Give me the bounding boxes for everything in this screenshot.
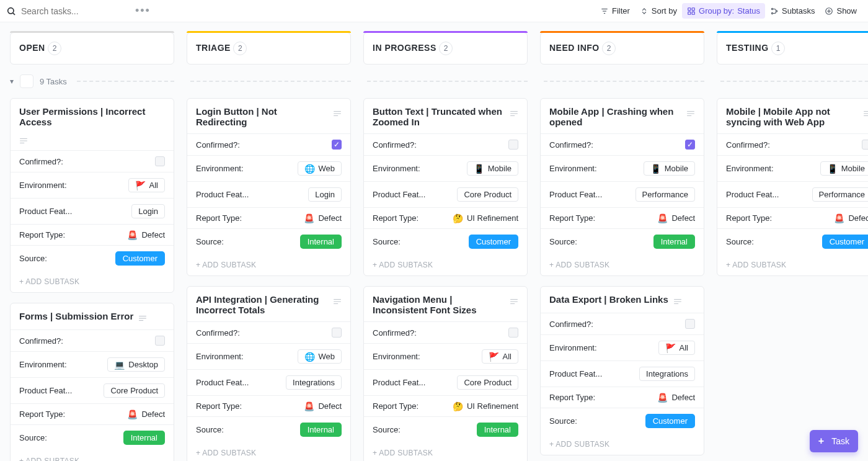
confirmed-checkbox[interactable] xyxy=(862,140,868,150)
confirmed-checkbox[interactable]: ✓ xyxy=(685,140,695,150)
task-card[interactable]: Mobile | Mobile App not syncing with Web… xyxy=(717,98,868,276)
product-feature-chip[interactable]: Core Product xyxy=(457,375,518,390)
confirmed-checkbox[interactable] xyxy=(685,319,695,329)
environment-icon: 🚩 xyxy=(665,344,676,352)
group-by-button[interactable]: Group by: Status xyxy=(682,3,765,19)
field-product-feature: Product Feat...Login xyxy=(11,198,174,224)
sort-button[interactable]: Sort by xyxy=(635,3,682,19)
more-options-icon[interactable]: ••• xyxy=(135,4,151,17)
section-color-swatch[interactable] xyxy=(20,74,33,88)
field-label: Environment: xyxy=(373,352,420,361)
environment-chip[interactable]: 📱Mobile xyxy=(467,161,518,176)
environment-chip[interactable]: 🚩All xyxy=(482,349,518,364)
collapse-toggle-icon[interactable]: ▾ xyxy=(10,77,14,86)
environment-chip[interactable]: 🚩All xyxy=(128,178,165,192)
product-feature-chip[interactable]: Performance xyxy=(636,187,695,202)
column-header[interactable]: TESTIING 1 xyxy=(717,32,868,65)
product-feature-chip[interactable]: Login xyxy=(131,204,165,218)
source-pill[interactable]: Customer xyxy=(822,235,868,249)
field-label: Report Type: xyxy=(373,401,418,411)
field-confirmed: Confirmed?: xyxy=(541,313,704,334)
source-pill[interactable]: Internal xyxy=(123,431,165,445)
environment-chip[interactable]: 💻Desktop xyxy=(107,357,165,372)
add-subtask-button[interactable]: + ADD SUBTASK xyxy=(364,254,527,275)
description-icon xyxy=(673,296,682,307)
report-type-icon: 🚨 xyxy=(127,231,138,239)
add-subtask-button[interactable]: + ADD SUBTASK xyxy=(717,254,868,275)
add-subtask-button[interactable]: + ADD SUBTASK xyxy=(187,254,350,275)
confirmed-checkbox[interactable] xyxy=(332,328,342,338)
confirmed-checkbox[interactable] xyxy=(508,328,518,338)
add-subtask-button[interactable]: + ADD SUBTASK xyxy=(541,434,704,455)
column-name: OPEN xyxy=(19,43,45,53)
product-feature-chip[interactable]: Core Product xyxy=(104,383,165,398)
show-button[interactable]: Show xyxy=(820,3,862,19)
report-type-icon: 🚨 xyxy=(304,402,314,411)
product-feature-chip[interactable]: Integrations xyxy=(286,375,342,390)
task-card[interactable]: Data Export | Broken LinksConfirmed?:Env… xyxy=(540,286,704,455)
field-label: Product Feat... xyxy=(19,386,72,395)
field-label: Confirmed?: xyxy=(19,336,63,346)
column-header[interactable]: IN PROGRESS 2 xyxy=(363,32,528,65)
task-card[interactable]: Forms | Submission ErrorConfirmed?:Envir… xyxy=(10,303,174,461)
source-pill[interactable]: Internal xyxy=(300,235,342,249)
report-type-text: UI Refinement xyxy=(467,213,518,223)
task-card[interactable]: API Integration | Generating Incorrect T… xyxy=(187,286,351,461)
task-card[interactable]: Navigation Menu | Inconsistent Font Size… xyxy=(363,286,528,461)
add-subtask-button[interactable]: + ADD SUBTASK xyxy=(541,254,704,275)
description-icon xyxy=(510,296,518,307)
task-title: Navigation Menu | Inconsistent Font Size… xyxy=(373,294,505,315)
add-subtask-button[interactable]: + ADD SUBTASK xyxy=(364,442,527,461)
product-feature-chip[interactable]: Core Product xyxy=(457,187,518,202)
confirmed-checkbox[interactable] xyxy=(155,156,165,166)
subtasks-button[interactable]: Subtasks xyxy=(765,3,820,19)
source-pill[interactable]: Internal xyxy=(477,423,518,437)
report-type-icon: 🤔 xyxy=(453,214,463,223)
add-subtask-button[interactable]: + ADD SUBTASK xyxy=(11,450,174,461)
task-card[interactable]: Button Text | Truncated when Zoomed InCo… xyxy=(363,98,528,276)
sort-icon xyxy=(640,7,649,16)
group-prefix: Group by: xyxy=(699,6,734,16)
source-pill[interactable]: Customer xyxy=(645,414,695,428)
field-source: Source:Customer xyxy=(541,408,704,434)
environment-chip[interactable]: 📱Mobile xyxy=(820,161,868,176)
column-header[interactable]: NEED INFO 2 xyxy=(540,32,704,65)
environment-chip[interactable]: 🚩All xyxy=(658,341,695,355)
column-header[interactable]: TRIAGE 2 xyxy=(187,32,351,65)
column-name: IN PROGRESS xyxy=(373,43,436,53)
task-card[interactable]: Login Button | Not RedirectingConfirmed?… xyxy=(187,98,351,276)
field-product-feature: Product Feat...Integrations xyxy=(187,369,350,395)
product-feature-chip[interactable]: Integrations xyxy=(639,367,695,381)
environment-text: Mobile xyxy=(665,164,688,173)
field-label: Confirmed?: xyxy=(373,140,417,150)
source-pill[interactable]: Internal xyxy=(653,235,695,249)
field-environment: Environment:📱Mobile xyxy=(364,155,527,181)
field-product-feature: Product Feat...Performance xyxy=(717,181,868,207)
svg-point-11 xyxy=(776,10,777,11)
source-pill[interactable]: Internal xyxy=(300,423,342,437)
product-feature-chip[interactable]: Performance xyxy=(812,187,868,202)
task-card[interactable]: Mobile App | Crashing when openedConfirm… xyxy=(540,98,704,276)
filter-button[interactable]: Filter xyxy=(595,3,635,19)
source-pill[interactable]: Customer xyxy=(469,235,518,249)
confirmed-checkbox[interactable] xyxy=(155,336,165,346)
environment-chip[interactable]: 🌐Web xyxy=(298,349,342,364)
report-type-text: Defect xyxy=(141,230,165,239)
task-title-row: Button Text | Truncated when Zoomed In xyxy=(364,99,527,133)
field-label: Product Feat... xyxy=(19,207,72,216)
add-subtask-button[interactable]: + ADD SUBTASK xyxy=(187,442,350,461)
task-card[interactable]: User Permissions | Incorrect AccessConfi… xyxy=(10,98,174,293)
add-subtask-button[interactable]: + ADD SUBTASK xyxy=(11,271,174,292)
source-text: Customer xyxy=(123,254,157,263)
environment-chip[interactable]: 📱Mobile xyxy=(644,161,695,176)
column-header[interactable]: OPEN 2 xyxy=(10,32,174,65)
source-pill[interactable]: Customer xyxy=(115,251,165,266)
confirmed-checkbox[interactable] xyxy=(508,140,518,150)
report-type-text: Defect xyxy=(318,401,342,411)
search-input[interactable] xyxy=(20,6,131,17)
environment-chip[interactable]: 🌐Web xyxy=(298,161,342,176)
report-type-icon: 🚨 xyxy=(304,214,314,223)
confirmed-checkbox[interactable]: ✓ xyxy=(332,140,342,150)
product-feature-chip[interactable]: Login xyxy=(308,187,342,202)
new-task-fab[interactable]: + Task xyxy=(810,430,858,452)
